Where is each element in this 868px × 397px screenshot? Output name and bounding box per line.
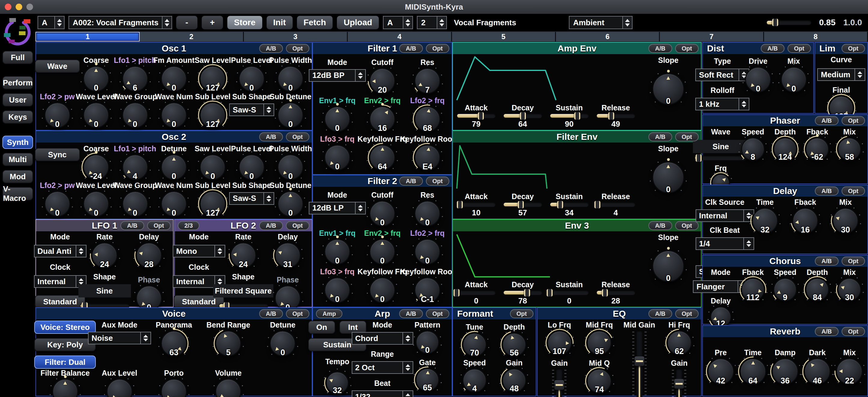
knob-pulse-width[interactable]: 0 — [278, 66, 303, 92]
slider-handle[interactable] — [695, 154, 702, 162]
spinner-icon[interactable] — [54, 17, 64, 29]
sidebar-item-full[interactable]: Full — [2, 51, 33, 64]
slider-handle[interactable] — [457, 201, 463, 208]
zoom-button[interactable] — [26, 4, 33, 10]
knob-porto[interactable]: 0 — [161, 379, 187, 397]
patch-select[interactable]: A002: Vocal Fragments — [68, 16, 172, 29]
slider-release[interactable] — [596, 202, 635, 207]
a-b-button[interactable]: A/B — [399, 44, 423, 53]
knob-fback[interactable]: -62 — [806, 137, 829, 161]
knob-fm-amount[interactable]: 0 — [161, 66, 187, 92]
spinner-icon[interactable] — [437, 17, 446, 29]
knob-sub-level[interactable]: 127 — [200, 191, 225, 217]
knob-value[interactable]: 0 — [652, 162, 684, 193]
slider-sustain[interactable] — [550, 113, 589, 118]
opt-button[interactable]: Opt — [147, 221, 170, 230]
opt-button[interactable]: Opt — [675, 44, 699, 53]
part-bank-select[interactable]: A — [383, 16, 413, 29]
opt-button[interactable]: Opt — [842, 116, 865, 125]
slider-release[interactable] — [596, 290, 635, 295]
opt-button[interactable]: Opt — [286, 309, 309, 318]
opt-button[interactable]: Opt — [675, 221, 699, 230]
tab-4[interactable]: 4 — [348, 32, 452, 41]
knob-sub-level[interactable]: 127 — [200, 102, 225, 128]
knob-keyfollow-frq[interactable]: 64 — [369, 145, 395, 171]
fader-handle[interactable] — [634, 357, 644, 366]
opt-button[interactable]: Opt — [286, 44, 309, 53]
knob-hi-frq[interactable]: 62 — [667, 331, 692, 355]
knob-value[interactable]: 32 — [326, 371, 349, 394]
fader-handle[interactable] — [554, 380, 564, 390]
knob-res[interactable]: 7 — [414, 68, 440, 94]
sidebar-item-keys[interactable]: Keys — [2, 110, 33, 123]
knob-keyfollow-root[interactable]: E4 — [414, 145, 440, 171]
knob-res[interactable]: 0 — [414, 201, 440, 226]
opt-button[interactable]: Opt — [675, 132, 699, 141]
knob-wave-group[interactable]: 0 — [122, 102, 148, 128]
knob-lo-frq[interactable]: 107 — [547, 331, 572, 355]
tab-5[interactable]: 5 — [452, 32, 556, 41]
select-medium[interactable]: Medium — [817, 68, 865, 81]
opt-button[interactable]: Opt — [426, 44, 449, 53]
spinner-icon[interactable] — [739, 98, 749, 110]
tab-1[interactable]: 1 — [35, 32, 140, 41]
knob-lfo2-frq[interactable]: 68 — [414, 106, 440, 132]
knob-env2-frq[interactable]: 0 — [369, 239, 395, 265]
knob-mix[interactable]: 30 — [838, 278, 861, 301]
knob-value[interactable]: 0 — [652, 73, 684, 105]
a-b-button[interactable]: A/B — [648, 44, 672, 53]
tab-6[interactable]: 6 — [556, 32, 660, 41]
knob-lfo1-pitch[interactable]: 6 — [122, 66, 148, 92]
knob-wave-group[interactable]: 0 — [122, 191, 148, 217]
knob-sub-detune[interactable]: 0 — [278, 102, 303, 128]
upload-button[interactable]: Upload — [337, 16, 379, 29]
select-12db-lp[interactable]: 12dB LP — [309, 202, 366, 215]
fader-handle[interactable] — [674, 379, 684, 389]
knob-keyfollow-frq[interactable]: 0 — [369, 277, 395, 303]
knob-pre[interactable]: 42 — [708, 358, 734, 385]
knob-wave-num[interactable]: 0 — [161, 102, 187, 128]
a-b-button[interactable]: A/B — [815, 116, 838, 125]
a-b-button[interactable]: A/B — [648, 132, 672, 141]
slider-handle[interactable] — [608, 112, 614, 120]
knob-lfo1-pitch[interactable]: 4 — [122, 154, 148, 180]
select-1-4[interactable]: 1/4 — [695, 237, 754, 250]
slider-handle[interactable] — [602, 289, 608, 296]
minimize-button[interactable] — [16, 4, 22, 10]
sidebar-item-user[interactable]: User — [2, 93, 33, 107]
fader-gain[interactable] — [672, 369, 686, 397]
knob-mix[interactable]: 0 — [781, 67, 807, 93]
knob-value[interactable]: 0 — [652, 250, 684, 282]
opt-button[interactable]: Opt — [842, 44, 865, 53]
opt-button[interactable]: Opt — [675, 309, 699, 318]
opt-button[interactable]: Opt — [842, 187, 865, 196]
fader-gain[interactable] — [552, 369, 566, 397]
knob-dark[interactable]: 46 — [804, 358, 831, 385]
opt-button[interactable]: Opt — [787, 44, 811, 53]
knob-speed[interactable]: 8 — [741, 137, 765, 161]
knob-drive[interactable]: 0 — [745, 67, 771, 93]
tab-3[interactable]: 3 — [244, 32, 348, 41]
select-noise[interactable]: Noise — [88, 332, 151, 344]
knob-time[interactable]: 32 — [752, 208, 778, 234]
knob-detune[interactable]: 0 — [161, 154, 187, 180]
a-b-button[interactable]: A/B — [648, 221, 672, 230]
spinner-icon[interactable] — [743, 238, 753, 249]
close-button[interactable] — [5, 4, 11, 10]
knob-cutoff[interactable]: 0 — [369, 201, 395, 226]
spinner-icon[interactable] — [403, 17, 412, 29]
knob-panorama[interactable]: 63 — [161, 331, 187, 357]
a-b-button[interactable]: A/B — [815, 187, 838, 196]
knob-saw-level[interactable]: 0 — [200, 154, 225, 180]
a-b-button[interactable]: A/B — [815, 257, 838, 265]
slider-handle[interactable] — [518, 201, 524, 208]
knob-mix[interactable]: 58 — [838, 137, 861, 161]
knob-filter-balance[interactable]: 0 — [52, 379, 78, 397]
opt-button[interactable]: Opt — [426, 176, 449, 186]
knob-lfo2-frq[interactable]: 0 — [414, 239, 440, 265]
store-button[interactable]: Store — [227, 16, 262, 29]
opt-button[interactable]: Opt — [286, 132, 309, 141]
knob-wave-level[interactable]: 0 — [83, 191, 109, 217]
select-saw-s[interactable]: Saw-S — [229, 192, 274, 205]
knob-delay[interactable]: 28 — [136, 243, 162, 268]
